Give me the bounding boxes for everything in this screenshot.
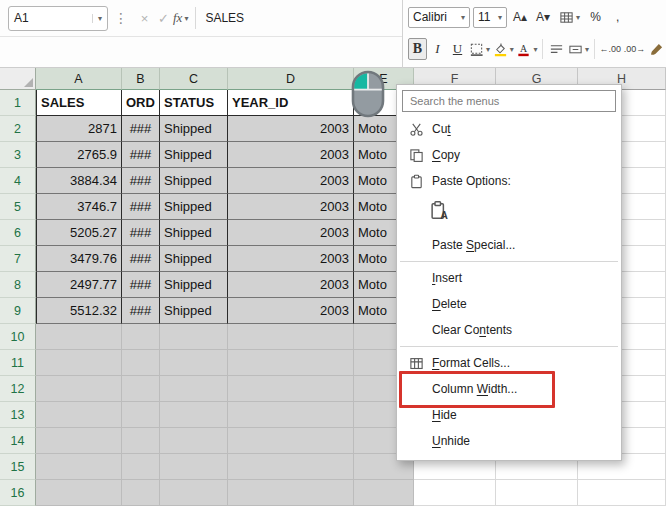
decrease-decimal-button[interactable]: .00→ (623, 38, 646, 60)
cell-B9[interactable]: ### (122, 298, 160, 324)
cell-C4[interactable]: Shipped (160, 168, 228, 194)
menu-item-paste-options[interactable]: Paste Options: (397, 168, 621, 194)
cell-C5[interactable]: Shipped (160, 194, 228, 220)
menu-item-unhide[interactable]: Unhide (397, 428, 621, 454)
row-header-4[interactable]: 4 (0, 168, 36, 194)
cell-E16[interactable] (354, 480, 414, 506)
cell-C9[interactable]: Shipped (160, 298, 228, 324)
cell-A6[interactable]: 5205.27 (36, 220, 122, 246)
search-input[interactable] (402, 90, 616, 112)
cell-D1[interactable]: YEAR_ID (228, 90, 354, 116)
cell-B10[interactable] (122, 324, 160, 350)
cell-D14[interactable] (228, 428, 354, 454)
cell-D2[interactable]: 2003 (228, 116, 354, 142)
bold-button[interactable]: B (408, 38, 427, 60)
cell-A14[interactable] (36, 428, 122, 454)
cell-D15[interactable] (228, 454, 354, 480)
cell-B11[interactable] (122, 350, 160, 376)
cell-D11[interactable] (228, 350, 354, 376)
cell-C3[interactable]: Shipped (160, 142, 228, 168)
cell-A9[interactable]: 5512.32 (36, 298, 122, 324)
cell-A1[interactable]: SALES (36, 90, 122, 116)
fill-color-button[interactable]: ▾ (492, 38, 515, 60)
row-header-9[interactable]: 9 (0, 298, 36, 324)
select-all-button[interactable] (0, 68, 36, 90)
cell-C11[interactable] (160, 350, 228, 376)
row-header-11[interactable]: 11 (0, 350, 36, 376)
cell-C6[interactable]: Shipped (160, 220, 228, 246)
align-left-button[interactable] (547, 38, 566, 60)
cancel-icon[interactable]: × (135, 11, 154, 26)
cell-A10[interactable] (36, 324, 122, 350)
increase-decimal-button[interactable]: ←.00 (599, 38, 622, 60)
menu-item-insert[interactable]: Insert (397, 265, 621, 291)
font-size-select[interactable]: 11 ▾ (473, 7, 507, 28)
cell-G16[interactable] (496, 480, 578, 506)
italic-button[interactable]: I (428, 38, 447, 60)
cell-A11[interactable] (36, 350, 122, 376)
column-header-D[interactable]: D (228, 68, 354, 90)
row-header-13[interactable]: 13 (0, 402, 36, 428)
cell-A12[interactable] (36, 376, 122, 402)
cell-C8[interactable]: Shipped (160, 272, 228, 298)
cell-B16[interactable] (122, 480, 160, 506)
row-header-16[interactable]: 16 (0, 480, 36, 506)
format-painter-button[interactable] (647, 38, 666, 60)
cell-A7[interactable]: 3479.76 (36, 246, 122, 272)
cell-C1[interactable]: STATUS (160, 90, 228, 116)
cell-B3[interactable]: ### (122, 142, 160, 168)
menu-item-cut[interactable]: Cut (397, 116, 621, 142)
merge-center-button[interactable]: ▾ (567, 38, 590, 60)
cell-D4[interactable]: 2003 (228, 168, 354, 194)
paste-button[interactable]: A (425, 198, 453, 226)
grow-font-button[interactable]: A▴ (510, 6, 530, 28)
underline-button[interactable]: U (448, 38, 467, 60)
cell-F16[interactable] (414, 480, 496, 506)
cell-D8[interactable]: 2003 (228, 272, 354, 298)
row-header-12[interactable]: 12 (0, 376, 36, 402)
cell-A4[interactable]: 3884.34 (36, 168, 122, 194)
menu-item-copy[interactable]: Copy (397, 142, 621, 168)
cell-C12[interactable] (160, 376, 228, 402)
cell-D13[interactable] (228, 402, 354, 428)
cell-D3[interactable]: 2003 (228, 142, 354, 168)
cell-B14[interactable] (122, 428, 160, 454)
column-header-A[interactable]: A (36, 68, 122, 90)
row-header-10[interactable]: 10 (0, 324, 36, 350)
menu-item-column-width[interactable]: Column Width... (397, 376, 621, 402)
cell-A5[interactable]: 3746.7 (36, 194, 122, 220)
cell-A8[interactable]: 2497.77 (36, 272, 122, 298)
cell-C13[interactable] (160, 402, 228, 428)
cell-D5[interactable]: 2003 (228, 194, 354, 220)
cell-B8[interactable]: ### (122, 272, 160, 298)
row-header-6[interactable]: 6 (0, 220, 36, 246)
row-header-2[interactable]: 2 (0, 116, 36, 142)
cell-D9[interactable]: 2003 (228, 298, 354, 324)
cell-C15[interactable] (160, 454, 228, 480)
more-options-icon[interactable]: ⋮ (114, 10, 128, 26)
row-header-5[interactable]: 5 (0, 194, 36, 220)
row-header-1[interactable]: 1 (0, 90, 36, 116)
cell-D6[interactable]: 2003 (228, 220, 354, 246)
cell-A13[interactable] (36, 402, 122, 428)
enter-icon[interactable]: ✓ (154, 11, 173, 26)
cell-A3[interactable]: 2765.9 (36, 142, 122, 168)
column-header-C[interactable]: C (160, 68, 228, 90)
insert-function-button[interactable]: fx ▾ (173, 10, 188, 26)
cell-B5[interactable]: ### (122, 194, 160, 220)
menu-item-clear-contents[interactable]: Clear Contents (397, 317, 621, 343)
cell-B2[interactable]: ### (122, 116, 160, 142)
number-format-button[interactable]: ▾ (556, 6, 583, 28)
menu-item-format-cells[interactable]: Format Cells... (397, 350, 621, 376)
cell-B12[interactable] (122, 376, 160, 402)
menu-item-delete[interactable]: Delete (397, 291, 621, 317)
column-header-B[interactable]: B (122, 68, 160, 90)
row-header-8[interactable]: 8 (0, 272, 36, 298)
cell-B7[interactable]: ### (122, 246, 160, 272)
cell-B1[interactable]: ORD (122, 90, 160, 116)
cell-H16[interactable] (578, 480, 666, 506)
percent-style-button[interactable]: % (586, 6, 605, 28)
cell-C10[interactable] (160, 324, 228, 350)
row-header-7[interactable]: 7 (0, 246, 36, 272)
borders-button[interactable]: ▾ (468, 38, 491, 60)
